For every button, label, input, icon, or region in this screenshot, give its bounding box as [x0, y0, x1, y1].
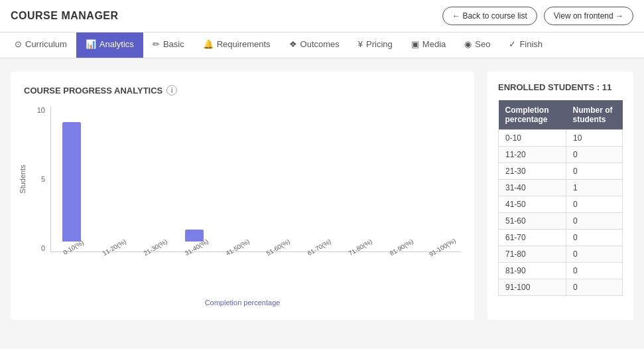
chart-section: COURSE PROGRESS ANALYTICS i Students 10 …	[11, 72, 474, 320]
range-cell: 0-10	[499, 130, 566, 147]
col-students: Number of students	[566, 100, 622, 130]
bar-label: 71-80(%)	[348, 238, 373, 257]
table-row: 31-401	[499, 180, 623, 196]
range-cell: 61-70	[499, 230, 566, 246]
table-row: 91-1000	[499, 279, 623, 296]
bar	[62, 122, 81, 242]
table-row: 0-1010	[499, 130, 623, 147]
bar-chart: Students 10 5 0 0-10(%)11-20(%)21-30(%)3…	[24, 106, 461, 279]
chart-title: COURSE PROGRESS ANALYTICS i	[24, 85, 461, 96]
table-row: 11-200	[499, 147, 623, 163]
count-cell: 10	[566, 130, 622, 147]
count-cell: 0	[566, 196, 622, 213]
range-cell: 21-30	[499, 163, 566, 180]
tab-pricing[interactable]: ¥Pricing	[349, 33, 402, 58]
bar-group: 91-100(%)	[420, 242, 461, 251]
table-row: 61-700	[499, 230, 623, 246]
finish-icon: ✓	[509, 39, 516, 49]
col-completion: Completion percentage	[499, 100, 566, 130]
stats-table: Completion percentage Number of students…	[498, 100, 623, 296]
bar-label: 11-20(%)	[101, 238, 127, 257]
seo-icon: ◉	[464, 39, 472, 49]
table-row: 21-300	[499, 163, 623, 180]
count-cell: 1	[566, 180, 622, 196]
range-cell: 71-80	[499, 246, 566, 263]
bar-group: 21-30(%)	[133, 242, 174, 251]
pricing-icon: ¥	[358, 39, 363, 49]
count-cell: 0	[566, 246, 622, 263]
back-to-course-list-button[interactable]: ← Back to course list	[442, 7, 537, 25]
bar-group: 31-40(%)	[174, 230, 215, 251]
curriculum-icon: ⊙	[15, 39, 22, 49]
view-on-frontend-button[interactable]: View on frontend →	[544, 7, 633, 25]
stats-section: ENROLLED STUDENTS : 11 Completion percen…	[487, 72, 633, 320]
bar-label: 61-70(%)	[306, 238, 332, 257]
bar-group: 0-10(%)	[51, 122, 92, 251]
nav-tabs: ⊙Curriculum📊Analytics✏Basic🔔Requirements…	[0, 33, 644, 58]
range-cell: 31-40	[499, 180, 566, 196]
bar-label: 51-60(%)	[265, 238, 291, 257]
bar-group: 81-90(%)	[379, 242, 420, 251]
requirements-icon: 🔔	[203, 39, 214, 49]
header-actions: ← Back to course list View on frontend →	[442, 7, 633, 25]
count-cell: 0	[566, 213, 622, 230]
bar-label: 41-50(%)	[224, 238, 250, 257]
bar-label: 81-90(%)	[388, 238, 414, 257]
count-cell: 0	[566, 163, 622, 180]
range-cell: 91-100	[499, 279, 566, 296]
count-cell: 0	[566, 230, 622, 246]
bars-area: 0-10(%)11-20(%)21-30(%)31-40(%)41-50(%)5…	[50, 106, 461, 252]
bar-label: 21-30(%)	[143, 238, 168, 257]
analytics-icon: 📊	[86, 39, 96, 49]
bar-group: 11-20(%)	[92, 242, 133, 251]
tab-finish[interactable]: ✓Finish	[499, 33, 552, 58]
tab-basic[interactable]: ✏Basic	[143, 33, 194, 58]
table-row: 41-500	[499, 196, 623, 213]
y-axis-title: Students	[19, 165, 27, 193]
bar-label: 91-100(%)	[428, 237, 457, 258]
tab-curriculum[interactable]: ⊙Curriculum	[5, 33, 76, 58]
bar-group: 41-50(%)	[215, 242, 256, 251]
table-row: 71-800	[499, 246, 623, 263]
media-icon: ▣	[411, 39, 419, 49]
table-row: 81-900	[499, 263, 623, 279]
header: COURSE MANAGER ← Back to course list Vie…	[0, 0, 644, 33]
bar-group: 61-70(%)	[297, 242, 338, 251]
y-axis: Students 10 5 0	[24, 106, 48, 252]
x-axis-title: Completion percentage	[24, 299, 461, 307]
enrolled-title: ENROLLED STUDENTS : 11	[498, 82, 623, 92]
range-cell: 81-90	[499, 263, 566, 279]
main-content: COURSE PROGRESS ANALYTICS i Students 10 …	[0, 58, 644, 333]
bar-group: 51-60(%)	[256, 242, 297, 251]
tab-requirements[interactable]: 🔔Requirements	[194, 33, 280, 58]
bar-group: 71-80(%)	[338, 242, 379, 251]
count-cell: 0	[566, 279, 622, 296]
table-row: 51-600	[499, 213, 623, 230]
range-cell: 51-60	[499, 213, 566, 230]
app-title: COURSE MANAGER	[11, 10, 119, 22]
tab-outcomes[interactable]: ❖Outcomes	[280, 33, 349, 58]
count-cell: 0	[566, 147, 622, 163]
tab-media[interactable]: ▣Media	[402, 33, 455, 58]
info-icon[interactable]: i	[166, 85, 177, 96]
range-cell: 11-20	[499, 147, 566, 163]
count-cell: 0	[566, 263, 622, 279]
tab-seo[interactable]: ◉Seo	[455, 33, 499, 58]
range-cell: 41-50	[499, 196, 566, 213]
outcomes-icon: ❖	[289, 39, 297, 49]
tab-analytics[interactable]: 📊Analytics	[76, 33, 143, 58]
basic-icon: ✏	[153, 39, 160, 49]
